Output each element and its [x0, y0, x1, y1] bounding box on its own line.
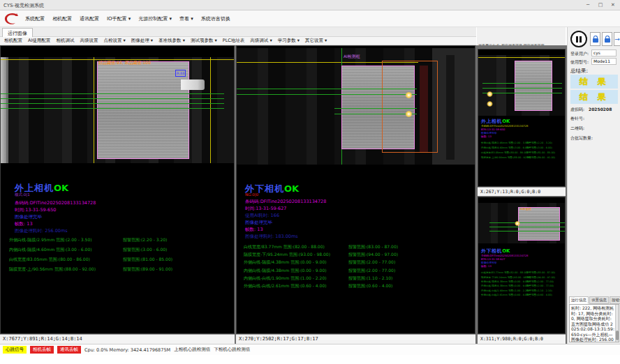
ai-box-overlay-label: AI检测框	[344, 54, 360, 60]
tool-camera-debug[interactable]: 相机调试	[56, 38, 74, 44]
window-title: CYS-视觉检测系统	[3, 2, 44, 9]
tab-error-info[interactable]: 报错信息	[610, 296, 620, 304]
total-result-label: 总结果:	[570, 68, 588, 75]
measure-line-green-1	[237, 89, 417, 89]
measurement-row: 内侧白线-隔膜/4.38mm 范围:(0.00 - 9.00)报警范围:(2.0…	[244, 268, 474, 274]
measurement-row: 隔膜宽度-下/95.24mm 范围:(93.00 - 98.00)报警范围:(9…	[244, 252, 474, 258]
model-label: 使用型号:	[570, 59, 589, 66]
measure-line-green-4	[1, 108, 224, 109]
camera-mid-barcode: 条码码:DFITine20250208133134728	[245, 199, 326, 205]
upper-camera-heartbeat: 上相机心跳检测值	[174, 347, 210, 353]
login-user-value[interactable]: cys	[591, 50, 617, 56]
tab-run-info[interactable]: 运行信息	[569, 296, 589, 304]
tool-spot-check[interactable]: 点检设置 ▾	[103, 38, 125, 44]
tool-test-params[interactable]: 测试项参数 ▾	[191, 38, 217, 44]
batch-count-label: 合批写数量:	[570, 135, 593, 142]
connector-tab	[181, 79, 205, 90]
arrow-icon: →	[614, 36, 620, 43]
camera-left-sub: 模式:0|1	[15, 192, 30, 197]
camera-left-panel: 好品阈值:93, 坏品阈值:100 R:88 外上相机OK 模式:0|1 条码码…	[0, 45, 235, 334]
tool-image-process[interactable]: 图像处理 ▾	[131, 38, 153, 44]
menu-light-config[interactable]: 光源控制配置 ▾	[138, 15, 172, 22]
camera-mid-ai-time: 使用AI耗时: 166	[245, 213, 279, 219]
camera-left-proc-time: 图像处理耗时: 256.00ms	[15, 228, 68, 234]
tool-other-settings[interactable]: 其它设置 ▾	[305, 38, 327, 44]
scrollbar-thumb[interactable]	[616, 331, 619, 340]
status-ok: OK	[284, 183, 299, 194]
glint-highlight-1	[487, 91, 493, 97]
pause-icon	[580, 36, 582, 43]
mini-top-result: 外上相机OK 条码码:DFITine20250208133134728 时间:1…	[481, 118, 564, 125]
tool-baseline-params[interactable]: 基准线参数 ▾	[158, 38, 185, 44]
log-box[interactable]: 耗时: 222, 网络检测耗时: 17, 网络分类耗时: 0, 网络提取分类耗时…	[569, 304, 619, 342]
comm-drop-badge: 通讯丢帧	[57, 346, 81, 354]
roi-orange-rect	[382, 61, 438, 153]
measurement-row: 内侧白线-隔膜/4.60mm 范围:(3.00 - 6.00)报警范围:(3.0…	[9, 247, 235, 253]
measure-line-green-3	[1, 103, 224, 104]
tool-learning-params[interactable]: 学习参数 ▾	[278, 38, 300, 44]
close-icon[interactable]: ✕	[607, 1, 619, 9]
threshold-overlay-label: 好品阈值:93, 坏品阈值:100	[98, 60, 151, 66]
mini-bottom-coords: X:311;Y:980;R:0;G:0;B:0	[478, 334, 566, 344]
tab-run-image[interactable]: 运行图像	[2, 28, 33, 37]
app-window: CYS-视觉检测系统 ─ □ ✕ 系统配置 相机配置 通讯配置 IO手配置 ▾ …	[0, 0, 620, 364]
needle-number-label: 卷针号:	[570, 116, 584, 122]
virtual-code-label: 虚拟码:	[570, 107, 584, 113]
measurement-row: 白线宽度/83.77mm 范围:(82.00 - 88.00)报警范围:(83.…	[244, 244, 474, 250]
window-controls: ─ □ ✕	[582, 1, 619, 9]
mini-bottom-image[interactable]: AI检测框	[478, 203, 566, 243]
camera-mid-proc-time: 图像处理耗时: 183.00ms	[245, 234, 298, 240]
mini-top-coords: X:267;Y:13;R:0;G:0;B:0	[478, 187, 566, 196]
lower-camera-heartbeat: 下相机心跳检测值	[214, 347, 250, 353]
measure-line-green-1	[1, 93, 224, 94]
camera-left-coords: X:7677;Y:891;R:14;G:14;B:14	[0, 334, 235, 344]
machine-slot	[446, 55, 455, 160]
log-scrollbar[interactable]	[615, 305, 619, 342]
cpu-memory-status: Cpu: 0.0% Memory: 3424.41796875M	[84, 347, 170, 353]
camera-mid-done: 图像处理完毕	[245, 220, 272, 226]
menu-view[interactable]: 查看 ▾	[179, 15, 193, 22]
virtual-code-value: 20250208	[589, 107, 612, 112]
minimize-icon[interactable]: ─	[582, 1, 593, 9]
login-user-label: 登录用户:	[570, 51, 589, 57]
tab-settings-info[interactable]: 设置信息	[589, 296, 609, 304]
image-edge-strip	[1, 57, 6, 163]
maximize-icon[interactable]: □	[595, 1, 606, 9]
glint-highlight-1	[405, 92, 413, 98]
measurement-row: 隔膜宽度-上/90.56mm 范围:(88.00 - 92.00)报警范围:(8…	[9, 266, 235, 273]
tool-camera-config[interactable]: 相机配置	[4, 38, 22, 44]
mini-bottom-panel: AI检测框 外下相机OK 条码码:DFITine2025020813313472…	[478, 197, 566, 334]
image-edge-strip2	[6, 57, 8, 163]
menu-language-switch[interactable]: 系统语言切换	[201, 15, 230, 22]
measure-line-green-2	[237, 94, 417, 95]
mini-top-image[interactable]	[478, 55, 566, 116]
tool-advanced-debug[interactable]: 高级调试 ▾	[250, 38, 272, 44]
log-text: 耗时: 222, 网络检测耗时: 17, 网络分类耗时: 0, 网络提取分类耗时…	[571, 305, 614, 342]
glint-highlight-2	[405, 111, 413, 117]
glint-highlight-2	[487, 101, 493, 107]
tool-plc-address[interactable]: PLC地址表	[223, 38, 245, 44]
model-value[interactable]: Mode11	[591, 58, 617, 65]
measurement-row: 外侧白线-白线/2.61mm 范围:(0.60 - 4.00)报警范围:(0.6…	[244, 283, 474, 289]
menu-io-config[interactable]: IO手配置 ▾	[107, 15, 131, 22]
menu-comm-config[interactable]: 通讯配置	[80, 15, 99, 22]
camera-left-image[interactable]: 好品阈值:93, 坏品阈值:100 R:88	[1, 57, 235, 163]
arrow-button[interactable]: →	[614, 32, 620, 46]
camera-left-time: 时间:13-31-59-650	[15, 207, 56, 213]
roi-membrane-block	[515, 61, 552, 111]
menu-system-config[interactable]: 系统配置	[25, 15, 45, 22]
heartbeat-badge: 心跳信号	[3, 346, 27, 354]
result-box-1: 结 果	[570, 75, 618, 89]
statusbar: 心跳信号 相机丢帧 通讯丢帧 Cpu: 0.0% Memory: 3424.41…	[0, 344, 620, 355]
mini-top-panel: 外上相机OK 条码码:DFITine20250208133134728 时间:1…	[478, 49, 566, 187]
menu-camera-config[interactable]: 相机配置	[52, 15, 72, 22]
lock-button-2[interactable]	[602, 32, 612, 46]
camera-mid-sub: NG:0|0	[245, 192, 258, 197]
lock-button-1[interactable]	[590, 32, 600, 46]
pause-button[interactable]	[570, 31, 587, 47]
roi-membrane-block	[518, 207, 560, 241]
tool-advanced-settings[interactable]: 高级设置	[80, 38, 98, 44]
camera-mid-image[interactable]: AI检测框	[237, 48, 475, 165]
tool-ai-use-config[interactable]: AI使用配置	[28, 38, 50, 44]
roi-blue-tag: R:88	[175, 70, 186, 77]
